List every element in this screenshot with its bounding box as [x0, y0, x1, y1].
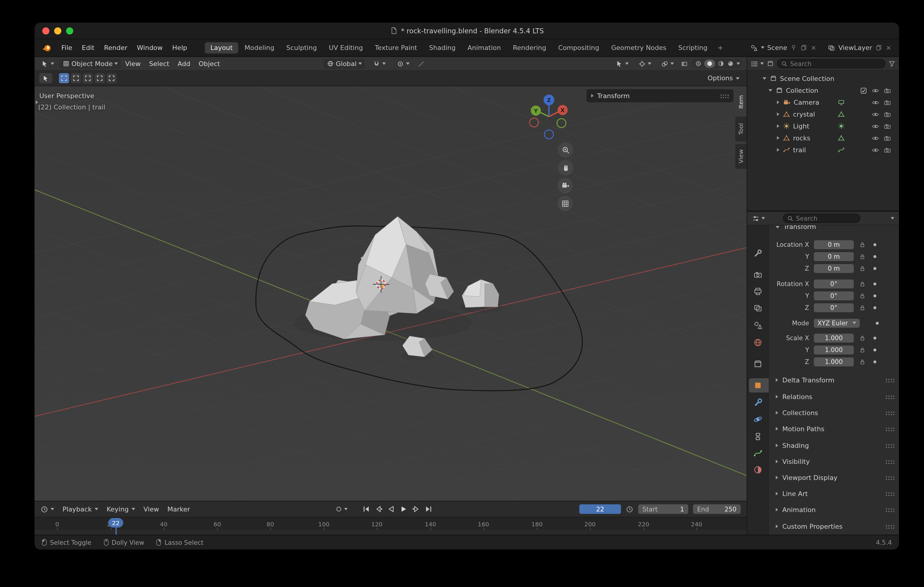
display-mode-icon[interactable] — [767, 60, 774, 67]
outliner-search[interactable] — [777, 59, 885, 68]
panel-delta-transform[interactable]: Delta Transform — [776, 374, 894, 386]
lock-icon[interactable] — [859, 304, 866, 311]
shading-rendered-icon[interactable] — [727, 60, 734, 67]
tab-layout[interactable]: Layout — [205, 42, 238, 53]
animate-dot[interactable] — [873, 348, 876, 351]
disable-in-renders-icon[interactable] — [883, 146, 891, 154]
play-reverse-button[interactable] — [387, 505, 395, 513]
gizmo-x-negative[interactable] — [530, 118, 538, 127]
viewlayer-icon[interactable] — [828, 44, 835, 51]
select-mode-extend-button[interactable] — [71, 73, 81, 83]
transform-panel-header[interactable]: Transform — [586, 89, 734, 102]
menu-add[interactable]: Add — [173, 59, 195, 69]
select-mode-invert-button[interactable] — [95, 73, 105, 83]
menu-render[interactable]: Render — [99, 42, 132, 53]
overlays-dropdown[interactable] — [658, 59, 677, 69]
shading-wireframe-icon[interactable] — [695, 60, 702, 67]
filter-icon[interactable] — [888, 60, 896, 67]
animate-dot[interactable] — [873, 267, 876, 270]
snap-toggle[interactable] — [370, 59, 389, 69]
lock-icon[interactable] — [859, 335, 866, 341]
zoom-window-button[interactable] — [66, 27, 73, 35]
outliner-editor-selector[interactable] — [751, 60, 764, 67]
tab-object-icon[interactable] — [753, 381, 763, 390]
scene-dropdown-caret[interactable] — [761, 46, 764, 49]
disable-in-renders-icon[interactable] — [883, 134, 891, 142]
tab-scripting[interactable]: Scripting — [673, 42, 713, 53]
proportional-editing-toggle[interactable] — [394, 59, 412, 69]
remove-viewlayer-icon[interactable] — [885, 44, 892, 51]
scale-x-field[interactable]: 1.000 — [814, 333, 854, 342]
gizmo-y-negative[interactable] — [557, 118, 566, 128]
close-window-button[interactable] — [42, 27, 50, 35]
tab-geometry-nodes[interactable]: Geometry Nodes — [606, 42, 672, 53]
menu-timeline-view[interactable]: View — [144, 505, 159, 513]
animate-dot[interactable] — [873, 294, 876, 297]
current-frame-field[interactable]: 22 — [579, 504, 621, 514]
scene-name[interactable]: Scene — [767, 44, 787, 51]
pin-scene-icon[interactable] — [790, 44, 797, 51]
menu-select[interactable]: Select — [145, 59, 173, 69]
panel-animation[interactable]: Animation — [776, 504, 894, 516]
add-workspace-button[interactable]: + — [714, 42, 726, 53]
blender-logo-icon[interactable] — [42, 43, 52, 53]
options-dropdown[interactable]: Options — [708, 74, 742, 82]
expand-icon[interactable] — [763, 77, 766, 80]
tab-constraints-icon[interactable] — [753, 432, 763, 441]
hide-in-viewport-icon[interactable] — [871, 122, 879, 130]
tab-texture-paint[interactable]: Texture Paint — [370, 42, 422, 53]
visibility-dropdown[interactable] — [613, 59, 632, 69]
panel-viewport-display[interactable]: Viewport Display — [776, 472, 894, 483]
location-x-field[interactable]: 0 m — [814, 240, 854, 249]
panel-line-art[interactable]: Line Art — [776, 488, 894, 500]
rotation-mode-dropdown[interactable]: XYZ Euler — [814, 319, 860, 327]
tab-view-layer-icon[interactable] — [753, 303, 763, 313]
tab-world-icon[interactable] — [753, 338, 763, 347]
falloff-icon[interactable] — [417, 60, 425, 67]
location-y-field[interactable]: 0 m — [814, 252, 854, 261]
animate-dot[interactable] — [873, 255, 876, 258]
animate-dot[interactable] — [876, 321, 879, 324]
tab-modifiers-icon[interactable] — [753, 398, 763, 408]
expand-icon[interactable] — [777, 100, 779, 104]
panel-shading[interactable]: Shading — [776, 439, 894, 451]
tab-render-icon[interactable] — [753, 270, 763, 280]
menu-edit[interactable]: Edit — [77, 42, 99, 53]
collection-checkbox[interactable] — [860, 87, 868, 94]
next-keyframe-button[interactable] — [412, 505, 420, 513]
toolbar-expand-icon[interactable] — [36, 100, 38, 104]
properties-search[interactable] — [783, 214, 860, 223]
expand-icon[interactable] — [769, 89, 772, 92]
tab-physics-icon[interactable] — [753, 414, 763, 424]
rotation-z-field[interactable]: 0° — [814, 303, 854, 312]
mode-dropdown[interactable]: Object Mode — [59, 59, 121, 69]
lock-icon[interactable] — [859, 280, 866, 287]
outliner-row-rocks[interactable]: rocks — [747, 132, 899, 144]
expand-icon[interactable] — [777, 124, 779, 128]
start-frame-field[interactable]: Start 1 — [638, 504, 688, 514]
hide-in-viewport-icon[interactable] — [871, 110, 879, 118]
auto-keying-toggle[interactable] — [335, 505, 348, 513]
lock-icon[interactable] — [859, 347, 866, 353]
menu-playback[interactable]: Playback — [63, 505, 98, 513]
hide-in-viewport-icon[interactable] — [871, 87, 879, 94]
hide-in-viewport-icon[interactable] — [871, 134, 879, 142]
tab-material-icon[interactable] — [753, 465, 763, 475]
panel-visibility[interactable]: Visibility — [776, 455, 894, 467]
tab-animation[interactable]: Animation — [462, 42, 507, 53]
scene-3d[interactable] — [35, 86, 747, 500]
panel-grip[interactable] — [720, 94, 729, 98]
jump-to-start-button[interactable] — [362, 505, 370, 513]
minimize-window-button[interactable] — [54, 27, 61, 35]
expand-icon[interactable] — [777, 112, 779, 116]
lock-icon[interactable] — [859, 253, 866, 260]
properties-options-caret[interactable] — [891, 217, 894, 219]
lock-icon[interactable] — [859, 292, 866, 299]
use-preview-range-icon[interactable] — [626, 505, 634, 513]
gizmos-dropdown[interactable] — [635, 59, 654, 69]
location-z-field[interactable]: 0 m — [814, 264, 854, 273]
scene-icon[interactable] — [750, 44, 757, 51]
select-mode-set-button[interactable] — [59, 73, 69, 83]
active-tool-button[interactable] — [39, 73, 53, 83]
outliner-row-collection[interactable]: Collection — [747, 84, 899, 96]
